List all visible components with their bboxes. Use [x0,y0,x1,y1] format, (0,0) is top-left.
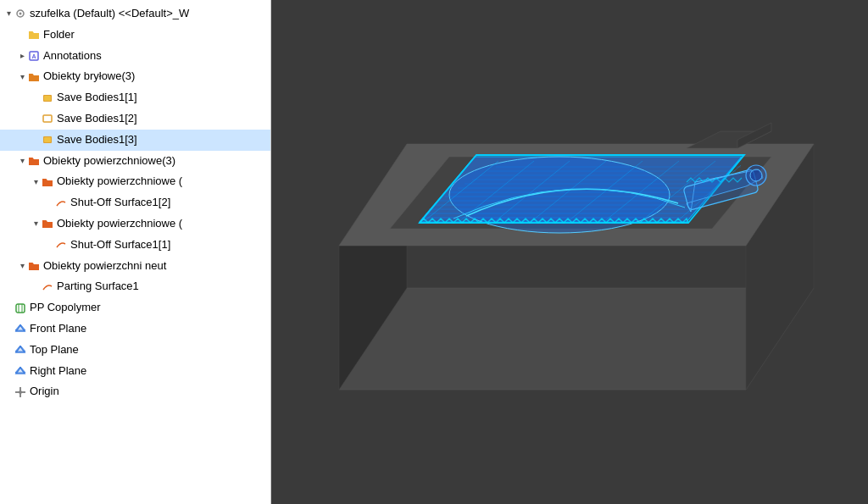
surface-folder-icon [42,176,53,188]
plane-icon [14,323,26,335]
folder-icon [28,29,40,41]
expand-arrow[interactable]: ▾ [3,7,14,20]
svg-rect-5 [44,96,51,101]
tree-item-solid-bodies[interactable]: ▾Obiekty bryłowe(3) [0,66,270,87]
expand-arrow[interactable]: ▾ [31,175,41,189]
tree-item-label: Save Bodies1[1] [57,89,137,107]
tree-item-label: Right Plane [30,363,86,380]
tree-item-save1[interactable]: Save Bodies1[1] [0,87,270,108]
tree-item-front-plane[interactable]: Front Plane [0,318,270,340]
svg-marker-15 [15,346,25,352]
tree-item-folder[interactable]: Folder [0,25,270,46]
svg-rect-9 [16,304,25,313]
tree-item-parting[interactable]: Parting Surface1 [0,276,270,297]
surface-icon [42,281,53,293]
svg-point-30 [449,157,670,233]
feature-tree: ▾szufelka (Default) <<Default>_WFolder▸A… [0,0,270,406]
surface-folder-icon [28,260,40,272]
model-view [271,0,868,504]
surface-icon [55,239,67,251]
svg-text:A: A [31,53,36,59]
svg-marker-13 [15,324,25,330]
tree-item-label: Obiekty powierzchniowe ( [57,215,182,233]
anno-icon: A [28,50,40,62]
expand-arrow[interactable]: ▾ [17,259,27,273]
svg-point-56 [750,169,762,181]
body-icon [42,134,53,146]
tree-item-annotations[interactable]: ▸AAnnotations [0,46,270,67]
tree-item-neutral-group[interactable]: ▾Obiekty powierzchni neut [0,256,270,277]
origin-icon [14,386,26,398]
tree-item-top-plane[interactable]: Top Plane [0,340,270,361]
tree-item-label: Front Plane [30,320,86,338]
tree-item-label: Top Plane [30,341,79,359]
svg-point-20 [19,390,22,394]
3d-viewport[interactable] [271,0,868,504]
tree-item-label: Obiekty bryłowe(3) [43,68,135,86]
expand-arrow[interactable]: ▾ [31,217,41,230]
gear-icon [14,8,26,19]
tree-item-label: Save Bodies1[3] [57,131,137,149]
tree-item-label: Obiekty powierzchni neut [43,258,166,275]
tree-item-save2[interactable]: Save Bodies1[2] [0,108,270,130]
tree-item-surface-bodies[interactable]: ▾Obiekty powierzchniowe(3) [0,151,270,172]
material-icon [14,302,26,314]
body-folder-icon [28,71,40,83]
tree-item-root[interactable]: ▾szufelka (Default) <<Default>_W [0,3,270,25]
tree-item-label: Origin [30,383,59,401]
tree-item-shutoff1[interactable]: Shut-Off Surface1[1] [0,235,270,256]
body-icon [42,92,53,104]
tree-item-label: Shut-Off Surface1[1] [70,236,170,254]
plane-icon [14,344,26,356]
tree-item-right-plane[interactable]: Right Plane [0,361,270,382]
svg-rect-8 [44,137,51,142]
tree-item-label: szufelka (Default) <<Default>_W [30,5,189,23]
tree-item-label: PP Copolymer [30,299,101,317]
tree-item-label: Folder [43,26,75,44]
svg-marker-17 [15,367,25,373]
surface-icon [55,197,67,209]
tree-item-surf2-group[interactable]: ▾Obiekty powierzchniowe ( [0,213,270,235]
tree-item-label: Parting Surface1 [57,278,139,296]
plane-icon [14,365,26,377]
body-empty-icon [42,113,53,125]
tree-item-label: Save Bodies1[2] [57,110,137,128]
svg-rect-6 [43,115,52,122]
surface-folder-icon [42,218,53,230]
tree-item-label: Annotations [43,47,102,65]
surface-folder-icon [28,155,40,167]
svg-point-1 [19,13,22,15]
tree-item-origin[interactable]: Origin [0,381,270,402]
expand-arrow[interactable]: ▾ [17,70,27,84]
tree-item-label: Obiekty powierzchniowe(3) [43,152,175,170]
tree-item-material[interactable]: PP Copolymer [0,297,270,318]
tree-item-shutoff2[interactable]: Shut-Off Surface1[2] [0,192,270,213]
svg-marker-22 [339,288,814,390]
tree-item-label: Shut-Off Surface1[2] [70,194,170,212]
tree-item-surf1-group[interactable]: ▾Obiekty powierzchniowe ( [0,171,270,192]
tree-item-label: Obiekty powierzchniowe ( [57,173,182,191]
tree-item-save3[interactable]: Save Bodies1[3] [0,130,270,151]
expand-arrow[interactable]: ▸ [17,49,27,63]
feature-tree-panel[interactable]: ▾szufelka (Default) <<Default>_WFolder▸A… [0,0,271,504]
expand-arrow[interactable]: ▾ [17,154,27,168]
